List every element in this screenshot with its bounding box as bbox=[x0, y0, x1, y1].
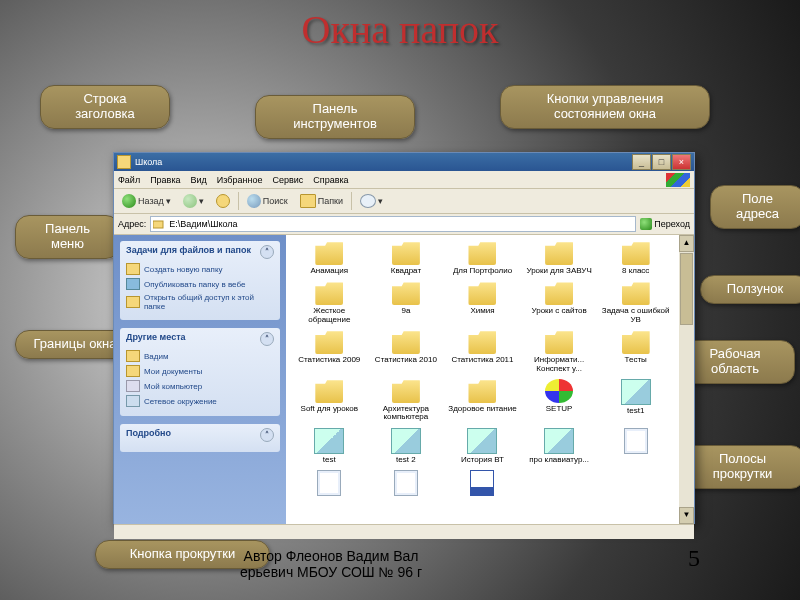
tasks-panel: Задачи для файлов и папок˄ Создать новую… bbox=[120, 241, 280, 320]
scroll-thumb[interactable] bbox=[680, 253, 693, 325]
file-item[interactable]: Уроки с сайтов bbox=[522, 279, 597, 326]
content-area[interactable]: АнамацияКвадратДля ПортфолиоУроки для ЗА… bbox=[286, 235, 679, 524]
file-label: Soft для уроков bbox=[301, 405, 358, 413]
folder-icon bbox=[392, 330, 420, 354]
file-item[interactable]: Информати... Конспект у... bbox=[522, 328, 597, 375]
file-item[interactable]: test1 bbox=[598, 377, 673, 424]
file-label: Уроки с сайтов bbox=[531, 307, 586, 315]
folder-icon bbox=[622, 330, 650, 354]
views-button[interactable]: ▾ bbox=[356, 192, 387, 210]
file-item[interactable]: Химия bbox=[445, 279, 520, 326]
back-button[interactable]: Назад ▾ bbox=[118, 192, 175, 210]
menu-item[interactable]: Правка bbox=[150, 175, 180, 185]
places-panel: Другие места˄ Вадим Мои документы Мой ко… bbox=[120, 328, 280, 416]
folder-icon bbox=[126, 350, 140, 362]
place-link[interactable]: Мои документы bbox=[126, 365, 274, 377]
scroll-track[interactable] bbox=[679, 326, 694, 507]
folder-icon bbox=[315, 281, 343, 305]
search-button[interactable]: Поиск bbox=[243, 192, 292, 210]
file-item[interactable] bbox=[445, 468, 520, 500]
chevron-icon[interactable]: ˄ bbox=[260, 245, 274, 259]
titlebar[interactable]: Школа _ □ × bbox=[114, 153, 694, 171]
window-title: Школа bbox=[135, 157, 162, 167]
chevron-icon[interactable]: ˄ bbox=[260, 332, 274, 346]
file-item[interactable]: Архитектура компьютера bbox=[369, 377, 444, 424]
go-button[interactable]: Переход bbox=[640, 218, 690, 230]
menu-item[interactable]: Сервис bbox=[272, 175, 303, 185]
docs-icon bbox=[126, 365, 140, 377]
setup-icon bbox=[545, 379, 573, 403]
menu-item[interactable]: Вид bbox=[191, 175, 207, 185]
minimize-button[interactable]: _ bbox=[632, 154, 651, 170]
menubar: Файл Правка Вид Избранное Сервис Справка bbox=[114, 171, 694, 189]
menu-item[interactable]: Избранное bbox=[217, 175, 263, 185]
address-input[interactable] bbox=[150, 216, 636, 232]
file-label: Для Портфолио bbox=[453, 267, 512, 275]
file-item[interactable]: 8 класс bbox=[598, 239, 673, 277]
file-item[interactable]: Soft для уроков bbox=[292, 377, 367, 424]
explorer-window: Школа _ □ × Файл Правка Вид Избранное Се… bbox=[113, 152, 695, 524]
close-button[interactable]: × bbox=[672, 154, 691, 170]
file-item[interactable] bbox=[369, 468, 444, 500]
file-label: История ВТ bbox=[461, 456, 504, 464]
callout-ctrl-buttons: Кнопки управления состоянием окна bbox=[500, 85, 710, 129]
file-label: Химия bbox=[470, 307, 494, 315]
doc-icon bbox=[317, 470, 341, 496]
file-item[interactable]: Статистика 2010 bbox=[369, 328, 444, 375]
folders-button[interactable]: Папки bbox=[296, 192, 347, 210]
file-item[interactable]: Здоровое питание bbox=[445, 377, 520, 424]
file-item[interactable]: Для Портфолио bbox=[445, 239, 520, 277]
chevron-icon[interactable]: ˄ bbox=[260, 428, 274, 442]
slide-number: 5 bbox=[688, 545, 700, 572]
wiz-icon bbox=[544, 428, 574, 454]
toolbar: Назад ▾ ▾ Поиск Папки ▾ bbox=[114, 189, 694, 214]
task-link[interactable]: Создать новую папку bbox=[126, 263, 274, 275]
address-bar: Адрес: Переход bbox=[114, 214, 694, 235]
place-link[interactable]: Мой компьютер bbox=[126, 380, 274, 392]
up-button[interactable] bbox=[212, 192, 234, 210]
folder-icon bbox=[468, 330, 496, 354]
maximize-button[interactable]: □ bbox=[652, 154, 671, 170]
place-link[interactable]: Вадим bbox=[126, 350, 274, 362]
task-link[interactable]: Опубликовать папку в вебе bbox=[126, 278, 274, 290]
file-item[interactable]: 9а bbox=[369, 279, 444, 326]
file-item[interactable]: SETUP bbox=[522, 377, 597, 424]
task-link[interactable]: Открыть общий доступ к этой папке bbox=[126, 293, 274, 311]
folders-icon bbox=[300, 194, 316, 208]
menu-item[interactable]: Справка bbox=[313, 175, 348, 185]
file-item[interactable] bbox=[292, 468, 367, 500]
vertical-scrollbar[interactable]: ▲ ▼ bbox=[679, 235, 694, 524]
wiz-icon bbox=[467, 428, 497, 454]
callout-address: Поле адреса bbox=[710, 185, 800, 229]
file-item[interactable]: Статистика 2009 bbox=[292, 328, 367, 375]
menu-item[interactable]: Файл bbox=[118, 175, 140, 185]
file-item[interactable]: Задача с ошибкой УВ bbox=[598, 279, 673, 326]
scroll-up-button[interactable]: ▲ bbox=[679, 235, 694, 252]
file-label: Уроки для ЗАВУЧ bbox=[526, 267, 591, 275]
go-icon bbox=[640, 218, 652, 230]
network-icon bbox=[126, 395, 140, 407]
file-item[interactable]: test 2 bbox=[369, 426, 444, 466]
file-item[interactable] bbox=[598, 426, 673, 466]
file-label: Квадрат bbox=[391, 267, 421, 275]
file-item[interactable]: Анамация bbox=[292, 239, 367, 277]
file-item[interactable]: Тесты bbox=[598, 328, 673, 375]
file-item[interactable]: Жесткое обращение bbox=[292, 279, 367, 326]
share-icon bbox=[126, 296, 140, 308]
file-item[interactable]: Статистика 2011 bbox=[445, 328, 520, 375]
file-label: Статистика 2009 bbox=[298, 356, 360, 364]
folder-icon bbox=[315, 330, 343, 354]
file-item[interactable]: История ВТ bbox=[445, 426, 520, 466]
callout-title-row: Строка заголовка bbox=[40, 85, 170, 129]
wiz-icon bbox=[314, 428, 344, 454]
place-link[interactable]: Сетевое окружение bbox=[126, 395, 274, 407]
folder-icon bbox=[545, 330, 573, 354]
scroll-down-button[interactable]: ▼ bbox=[679, 507, 694, 524]
file-item[interactable]: Квадрат bbox=[369, 239, 444, 277]
file-item[interactable]: test bbox=[292, 426, 367, 466]
file-item[interactable]: Уроки для ЗАВУЧ bbox=[522, 239, 597, 277]
forward-icon bbox=[183, 194, 197, 208]
forward-button[interactable]: ▾ bbox=[179, 192, 208, 210]
file-item[interactable]: про клавиатур... bbox=[522, 426, 597, 466]
folder-icon bbox=[622, 241, 650, 265]
